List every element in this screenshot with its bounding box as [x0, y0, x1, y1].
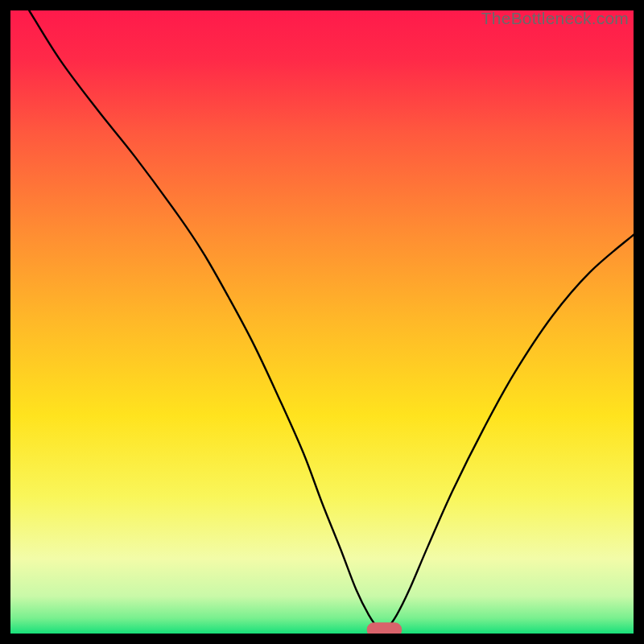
optimal-marker: [367, 623, 402, 634]
chart-frame: TheBottleneck.com: [10, 10, 634, 634]
bottleneck-chart: [10, 10, 634, 634]
gradient-background: [10, 10, 634, 634]
watermark-label: TheBottleneck.com: [481, 9, 629, 28]
